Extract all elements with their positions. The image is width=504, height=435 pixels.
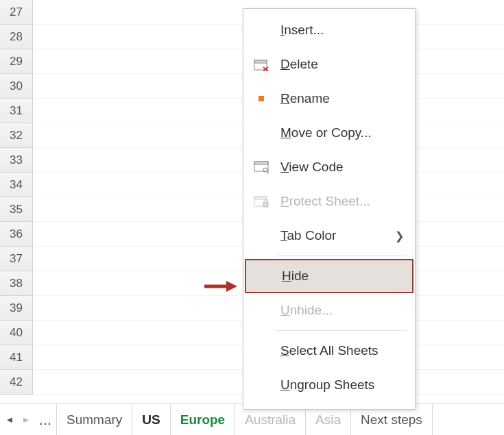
row-header[interactable]: 42 (0, 370, 32, 395)
rename-icon (253, 90, 269, 107)
menu-rename[interactable]: Rename (243, 82, 415, 116)
tab-nav-next[interactable]: ► (18, 404, 34, 435)
svg-rect-12 (254, 197, 267, 199)
svg-rect-8 (254, 162, 268, 164)
annotation-arrow-icon (203, 279, 237, 293)
menu-separator (276, 330, 407, 331)
view-code-icon (253, 159, 269, 175)
tab-nav-prev[interactable]: ◄ (1, 404, 18, 435)
row-header[interactable]: 38 (0, 271, 32, 296)
row-header[interactable]: 31 (0, 99, 32, 123)
chevron-right-icon: ❯ (395, 229, 404, 243)
menu-protect-sheet: Protect Sheet... (243, 184, 415, 219)
row-header[interactable]: 37 (0, 247, 32, 271)
menu-delete[interactable]: Delete (243, 47, 415, 82)
sheet-tab-summary[interactable]: Summary (56, 404, 132, 435)
row-header[interactable]: 33 (0, 148, 32, 173)
svg-marker-1 (226, 281, 237, 292)
row-header[interactable]: 32 (0, 123, 32, 148)
delete-icon (253, 56, 269, 73)
protect-sheet-icon (253, 193, 269, 210)
row-header[interactable]: 27 (0, 0, 32, 25)
row-header[interactable]: 28 (0, 25, 32, 49)
svg-line-10 (267, 171, 269, 173)
menu-separator (276, 256, 407, 256)
row-header[interactable]: 41 (0, 345, 32, 370)
menu-hide[interactable]: Hide (245, 259, 413, 293)
menu-ungroup-sheets[interactable]: Ungroup Sheets (243, 368, 415, 402)
svg-rect-3 (254, 60, 267, 63)
row-header[interactable]: 34 (0, 173, 32, 197)
row-header[interactable]: 40 (0, 321, 32, 345)
sheet-tab-europe[interactable]: Europe (170, 404, 235, 435)
menu-select-all-sheets[interactable]: Select All Sheets (243, 334, 415, 368)
sheet-tab-context-menu: Insert... Delete Rename Move or Copy... … (243, 8, 416, 410)
row-header[interactable]: 35 (0, 197, 32, 222)
sheet-tab-us[interactable]: US (132, 404, 170, 435)
row-header[interactable]: 36 (0, 222, 32, 247)
row-header[interactable]: 39 (0, 296, 32, 321)
menu-tab-color[interactable]: Tab Color ❯ (243, 219, 415, 253)
menu-unhide: Unhide... (243, 293, 415, 327)
menu-view-code[interactable]: View Code (243, 150, 415, 184)
row-header[interactable]: 29 (0, 49, 32, 74)
menu-move-or-copy[interactable]: Move or Copy... (243, 116, 415, 150)
row-headers: 27 28 29 30 31 32 33 34 35 36 37 38 39 4… (0, 0, 33, 395)
menu-insert[interactable]: Insert... (243, 13, 415, 47)
tab-overflow[interactable]: ... (34, 404, 56, 435)
row-header[interactable]: 30 (0, 74, 32, 99)
svg-rect-6 (259, 96, 264, 101)
svg-rect-13 (263, 203, 268, 207)
